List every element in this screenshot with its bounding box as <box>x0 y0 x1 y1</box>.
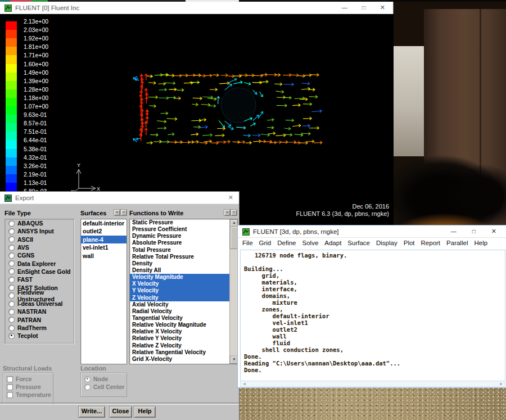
help-button[interactable]: Help <box>134 406 156 418</box>
function-item[interactable]: Dynamic Pressure <box>130 233 230 240</box>
radio-icon[interactable] <box>8 277 15 283</box>
console-menubar: FileGridDefineSolveAdaptSurfaceDisplayPl… <box>238 238 506 248</box>
function-item[interactable]: Y Velocity <box>130 287 230 294</box>
function-item[interactable]: Velocity Magnitude <box>130 274 230 281</box>
menu-grid[interactable]: Grid <box>259 240 272 246</box>
function-item[interactable]: Density <box>130 260 230 267</box>
menu-define[interactable]: Define <box>277 240 296 246</box>
graphics-titlebar[interactable]: FLUENT [0] Fluent Inc — □ ✕ <box>0 2 393 14</box>
radio-icon[interactable] <box>8 228 15 234</box>
menu-parallel[interactable]: Parallel <box>446 240 468 246</box>
surfaces-menu-icon[interactable]: ≡ <box>114 209 120 216</box>
function-item[interactable]: Relative Velocity Magnitude <box>130 322 230 328</box>
location-option: Cell Center <box>81 383 126 391</box>
file-type-option[interactable]: ANSYS Input <box>5 227 74 235</box>
function-item[interactable]: Relative Tangential Velocity <box>130 349 230 356</box>
menu-solve[interactable]: Solve <box>302 240 319 246</box>
surfaces-select-icon[interactable]: = <box>120 209 127 216</box>
function-item[interactable]: Relative Z Velocity <box>130 342 230 349</box>
close-icon[interactable]: ✕ <box>380 4 385 11</box>
file-type-option-label: RadTherm <box>17 324 47 331</box>
close-button[interactable]: Close <box>109 406 132 418</box>
radio-icon[interactable] <box>8 268 15 274</box>
file-type-option[interactable]: Data Explorer <box>5 259 74 267</box>
radio-icon[interactable] <box>8 325 15 331</box>
radio-icon[interactable] <box>8 220 15 227</box>
function-item[interactable]: Pressure Coefficient <box>130 226 230 233</box>
function-item[interactable]: Total Pressure <box>130 247 230 254</box>
console-title: FLUENT [3d, dp, pbns, rngke] <box>253 228 339 235</box>
minimize-icon[interactable]: — <box>451 228 457 234</box>
file-type-option[interactable]: RadTherm <box>5 324 74 332</box>
radio-icon[interactable] <box>8 260 15 267</box>
structural-load-option: Force <box>3 375 53 383</box>
radio-icon[interactable] <box>8 333 15 339</box>
file-type-option-label: AVS <box>17 244 29 251</box>
radio-icon <box>84 376 91 382</box>
close-icon[interactable]: ✕ <box>491 228 496 235</box>
radio-icon[interactable] <box>8 245 15 251</box>
function-item[interactable]: Grid X-Velocity <box>130 356 230 363</box>
file-type-option[interactable]: ASCII <box>5 236 74 243</box>
file-type-option[interactable]: PATRAN <box>5 316 74 324</box>
radio-icon[interactable] <box>8 309 15 315</box>
console-hscrollbar[interactable]: ◄ ► <box>240 381 505 387</box>
function-item[interactable]: Relative Y Velocity <box>130 335 230 342</box>
close-icon[interactable]: ✕ <box>228 194 233 201</box>
radio-icon[interactable] <box>8 292 15 299</box>
maximize-icon[interactable]: □ <box>362 4 365 11</box>
radio-icon[interactable] <box>8 317 15 323</box>
functions-select-icon[interactable]: = <box>231 209 237 216</box>
radio-icon[interactable] <box>8 301 15 307</box>
function-item[interactable]: X Velocity <box>130 281 230 287</box>
file-type-option[interactable]: NASTRAN <box>5 308 74 315</box>
scroll-down-icon[interactable]: ▼ <box>230 356 238 364</box>
surface-item[interactable]: default-interior <box>81 219 126 227</box>
surface-item[interactable]: outlet2 <box>81 227 126 235</box>
menu-help[interactable]: Help <box>474 240 487 246</box>
file-type-option[interactable]: EnSight Case Gold <box>5 268 74 276</box>
minimize-icon[interactable]: — <box>342 4 347 11</box>
file-type-option[interactable]: Fieldview Unstructured <box>5 292 74 300</box>
file-type-option[interactable]: Tecplot <box>5 332 74 340</box>
functions-menu-icon[interactable]: ≡ <box>224 209 231 216</box>
functions-scrollbar[interactable]: ▲ ▼ <box>229 219 237 364</box>
file-type-option[interactable]: ABAQUS <box>5 219 74 227</box>
file-type-option[interactable]: CGNS <box>5 251 74 259</box>
file-type-option[interactable]: AVS <box>5 243 74 251</box>
function-item[interactable]: Static Pressure <box>130 219 230 226</box>
export-dialog-titlebar[interactable]: Export ✕ <box>0 192 239 204</box>
radio-icon[interactable] <box>8 236 15 242</box>
radio-icon[interactable] <box>8 252 15 259</box>
menu-file[interactable]: File <box>242 240 253 246</box>
write-button[interactable]: Write... <box>78 406 105 418</box>
function-item[interactable]: Radial Velocity <box>130 308 230 315</box>
scrollbar-thumb[interactable] <box>230 227 238 249</box>
menu-report[interactable]: Report <box>421 240 441 246</box>
scroll-up-icon[interactable]: ▲ <box>230 219 238 227</box>
function-item[interactable]: Relative Total Pressure <box>130 254 230 260</box>
menu-surface[interactable]: Surface <box>347 240 370 246</box>
function-item[interactable]: Axial Velocity <box>130 301 230 308</box>
function-item[interactable]: Tangential Velocity <box>130 315 230 322</box>
menu-display[interactable]: Display <box>376 240 397 246</box>
scroll-left-icon[interactable]: ◄ <box>242 382 246 386</box>
desktop: FLUENT [0] Fluent Inc — □ ✕ 2.13e+002.03… <box>0 0 506 420</box>
function-item[interactable]: Z Velocity <box>130 295 230 301</box>
function-item[interactable]: Absolute Pressure <box>130 240 230 246</box>
export-dialog-title: Export <box>15 195 34 201</box>
file-type-option[interactable]: FAST <box>5 276 74 283</box>
console-output-area[interactable]: 126719 node flags, binary. Building... g… <box>240 250 505 382</box>
fluent-app-icon <box>4 4 12 11</box>
menu-adapt[interactable]: Adapt <box>324 240 341 246</box>
function-item[interactable]: Relative X Velocity <box>130 328 230 335</box>
maximize-icon[interactable]: □ <box>472 228 476 234</box>
function-item[interactable]: Density All <box>130 267 230 274</box>
console-titlebar[interactable]: FLUENT [3d, dp, pbns, rngke] — □ ✕ <box>238 225 506 238</box>
surface-item[interactable]: plane-4 <box>81 236 126 243</box>
surface-item[interactable]: wall <box>81 252 126 260</box>
menu-plot[interactable]: Plot <box>404 240 415 246</box>
radio-icon[interactable] <box>8 284 15 291</box>
scroll-right-icon[interactable]: ► <box>499 382 503 386</box>
surface-item[interactable]: vel-inlet1 <box>81 243 126 251</box>
